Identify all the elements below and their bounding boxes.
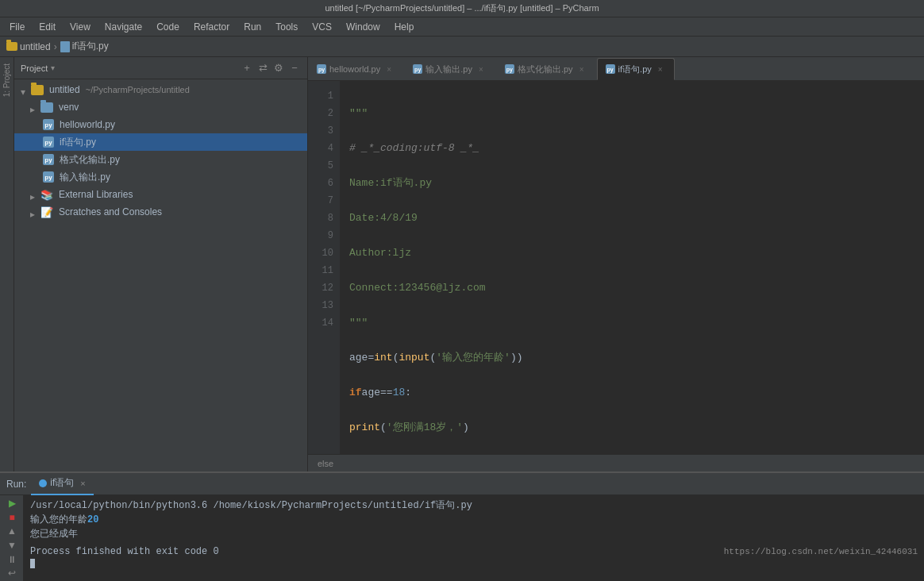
editor-status-text: else — [318, 459, 333, 468]
menu-tools[interactable]: Tools — [269, 20, 304, 34]
run-tab-close[interactable]: × — [80, 479, 85, 488]
folder-icon — [6, 42, 17, 51]
run-panel: Run: if语句 × ▶ ■ ▲ ▼ ⏸ ↩ /usr/local/pytho… — [0, 471, 924, 581]
sidebar-tree: untitled ~/PycharmProjects/untitled venv… — [14, 79, 307, 471]
run-wrap-button[interactable]: ↩ — [3, 567, 21, 579]
run-stop-button[interactable]: ■ — [3, 511, 21, 524]
run-command-line: /usr/local/python/bin/python3.6 /home/ki… — [30, 498, 918, 513]
tree-pyfile-icon-format: py — [43, 154, 54, 165]
run-tab-label: if语句 — [50, 476, 74, 490]
tree-arrow-extlibs — [30, 191, 37, 198]
tab-close-helloworld[interactable]: × — [383, 63, 395, 75]
menu-vcs[interactable]: VCS — [306, 20, 338, 34]
menu-run[interactable]: Run — [237, 20, 268, 34]
menu-edit[interactable]: Edit — [33, 20, 62, 34]
run-label: Run: — [6, 479, 26, 490]
run-play-button[interactable]: ▶ — [3, 497, 21, 510]
code-content[interactable]: """ # _*_coding:utf-8 _*_ Name:if语句.py D… — [340, 81, 924, 454]
code-line-1: """ — [349, 105, 924, 122]
code-line-8: age=int(input('输入您的年龄')) — [349, 349, 924, 367]
run-finish-text: Process finished with exit code 0 — [30, 546, 219, 557]
breadcrumb-filename: if语句.py — [72, 40, 109, 53]
tree-label-untitled: untitled — [49, 84, 80, 95]
tree-item-extlibs[interactable]: 📚 External Libraries — [14, 186, 307, 203]
code-line-9: if age == 18 : — [349, 384, 924, 402]
scratch-icon: 📝 — [40, 206, 53, 218]
tab-if[interactable]: py if语句.py × — [597, 58, 675, 80]
breadcrumb-file[interactable]: if语句.py — [60, 40, 109, 53]
tree-arrow-venv — [30, 104, 37, 110]
main-content: 1: Project Project ▾ + ⇄ ⚙ − untitled ~/… — [0, 57, 924, 471]
project-panel-label[interactable]: 1: Project — [1, 57, 13, 103]
sidebar-add-button[interactable]: + — [241, 62, 253, 75]
sidebar-minimize-button[interactable]: − — [288, 62, 301, 75]
run-pause-button[interactable]: ⏸ — [3, 553, 21, 566]
tree-pyfile-icon-helloworld: py — [43, 119, 54, 130]
code-line-3: Name:if语句.py — [349, 175, 924, 192]
tree-item-scratches[interactable]: 📝 Scratches and Consoles — [14, 203, 307, 221]
editor-tabs: py helloworld.py × py 输入输出.py × py 格式化输出… — [308, 57, 924, 81]
breadcrumb: untitled › if语句.py — [0, 37, 924, 57]
tree-label-venv: venv — [59, 102, 79, 113]
menu-code[interactable]: Code — [150, 20, 186, 34]
sidebar-title-text: Project — [21, 63, 48, 73]
breadcrumb-project: untitled — [20, 41, 51, 52]
run-cursor-line — [30, 559, 918, 573]
title-bar: untitled [~/PycharmProjects/untitled] – … — [0, 0, 924, 17]
sidebar-settings-button[interactable]: ⚙ — [272, 62, 285, 75]
menu-bar: File Edit View Navigate Code Refactor Ru… — [0, 17, 924, 37]
run-scroll-down-button[interactable]: ▼ — [3, 539, 21, 552]
tab-helloworld[interactable]: py helloworld.py × — [308, 58, 403, 80]
code-line-7: """ — [349, 314, 924, 332]
code-line-10: print('您刚满18岁，') — [349, 419, 924, 437]
tab-label-io: 输入输出.py — [425, 63, 472, 75]
line-numbers: 1 2 3 4 5 6 7 8 9 10 11 12 13 14 — [308, 81, 340, 454]
tree-item-untitled[interactable]: untitled ~/PycharmProjects/untitled — [14, 81, 307, 98]
tree-label-format: 格式化输出.py — [60, 153, 120, 167]
menu-file[interactable]: File — [3, 20, 31, 34]
tree-item-format[interactable]: py 格式化输出.py — [14, 151, 307, 168]
tab-close-format[interactable]: × — [576, 63, 587, 75]
tree-item-io[interactable]: py 输入输出.py — [14, 168, 307, 186]
tab-close-io[interactable]: × — [475, 63, 487, 75]
code-editor[interactable]: 1 2 3 4 5 6 7 8 9 10 11 12 13 14 """ # _… — [308, 81, 924, 454]
run-input-prompt: 输入您的年龄 — [30, 514, 87, 525]
sidebar-sync-button[interactable]: ⇄ — [256, 62, 269, 75]
tab-label-helloworld: helloworld.py — [329, 64, 380, 74]
run-output-line: 您已经成年 — [30, 527, 918, 541]
run-toolbar: ▶ ■ ▲ ▼ ⏸ ↩ — [0, 495, 24, 581]
breadcrumb-folder[interactable]: untitled — [6, 41, 51, 52]
tab-label-format: 格式化输出.py — [518, 63, 573, 75]
sidebar-header: Project ▾ + ⇄ ⚙ − — [14, 57, 307, 79]
run-tab[interactable]: if语句 × — [31, 473, 93, 495]
code-line-5: Author:ljz — [349, 244, 924, 262]
menu-refactor[interactable]: Refactor — [187, 20, 236, 34]
tab-close-if[interactable]: × — [655, 63, 666, 75]
sidebar: Project ▾ + ⇄ ⚙ − untitled ~/PycharmProj… — [14, 57, 308, 471]
tree-label-io: 输入输出.py — [60, 171, 110, 184]
tree-arrow-untitled — [21, 87, 27, 93]
run-scroll-up-button[interactable]: ▲ — [3, 525, 21, 537]
extlib-icon: 📚 — [40, 189, 53, 201]
tree-item-if[interactable]: py if语句.py — [14, 133, 307, 151]
tree-item-venv[interactable]: venv — [14, 98, 307, 116]
tree-label-scratches: Scratches and Consoles — [59, 206, 162, 217]
tree-item-helloworld[interactable]: py helloworld.py — [14, 116, 307, 133]
run-link[interactable]: https://blog.csdn.net/weixin_42446031 — [724, 544, 918, 559]
menu-window[interactable]: Window — [340, 20, 387, 34]
menu-view[interactable]: View — [64, 20, 97, 34]
run-input-value: 20 — [87, 514, 98, 525]
tab-icon-helloworld: py — [317, 64, 326, 74]
sidebar-controls: + ⇄ ⚙ − — [241, 62, 301, 75]
run-finish-line: Process finished with exit code 0 https:… — [30, 544, 918, 559]
code-line-4: Date:4/8/19 — [349, 210, 924, 227]
menu-help[interactable]: Help — [388, 20, 421, 34]
sidebar-title: Project ▾ — [21, 63, 55, 73]
menu-navigate[interactable]: Navigate — [98, 20, 148, 34]
left-vertical-panel: 1: Project — [0, 57, 14, 471]
sidebar-dropdown-arrow[interactable]: ▾ — [51, 63, 55, 72]
tab-format[interactable]: py 格式化输出.py × — [496, 58, 596, 80]
run-output: /usr/local/python/bin/python3.6 /home/ki… — [24, 495, 924, 581]
tab-io[interactable]: py 输入输出.py × — [404, 58, 495, 80]
tree-folder-icon-venv — [40, 102, 53, 113]
